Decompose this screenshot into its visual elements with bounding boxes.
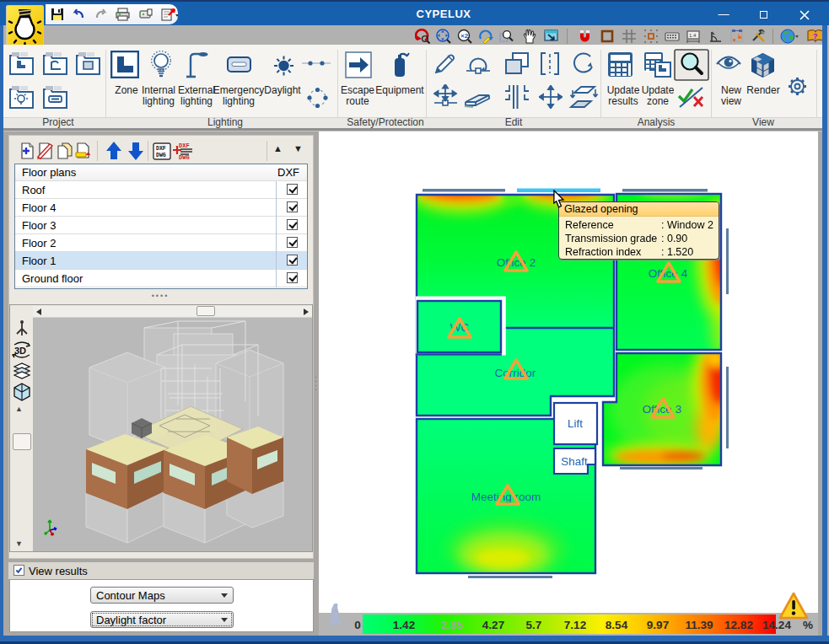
svg-text:DXF: DXF bbox=[156, 146, 166, 152]
svg-text:Shaft: Shaft bbox=[561, 455, 588, 468]
svg-text:?: ? bbox=[813, 32, 818, 40]
svg-text:Lift: Lift bbox=[568, 417, 583, 430]
svg-text:Office 3: Office 3 bbox=[643, 403, 681, 416]
svg-text:Office 2: Office 2 bbox=[497, 256, 536, 269]
svg-text:Office 4: Office 4 bbox=[649, 267, 688, 280]
svg-text:3D: 3D bbox=[14, 346, 26, 356]
svg-text:DXF: DXF bbox=[179, 142, 190, 149]
svg-text:×2: ×2 bbox=[460, 32, 469, 40]
svg-text:Meeting room: Meeting room bbox=[471, 491, 541, 503]
svg-text:DWG: DWG bbox=[156, 153, 166, 158]
svg-text:1.4: 1.4 bbox=[689, 33, 697, 38]
svg-text:DWG: DWG bbox=[179, 154, 190, 161]
